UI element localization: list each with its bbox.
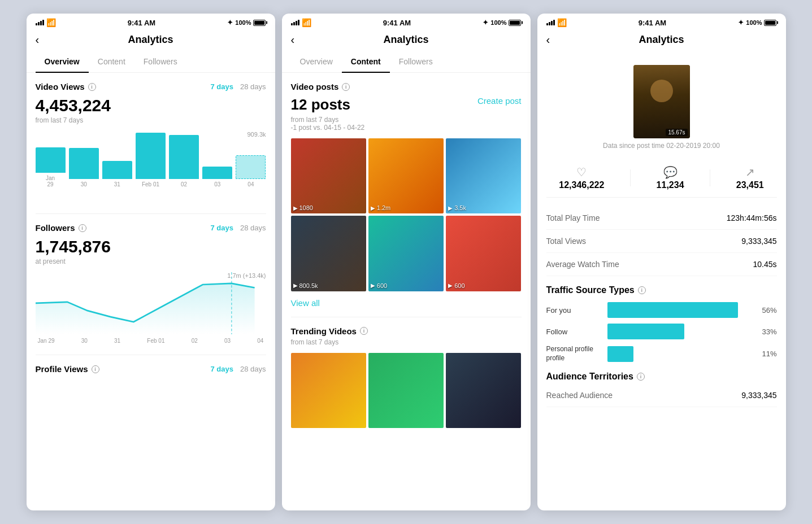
traffic-row-0: For you 56% <box>546 302 777 318</box>
followers-sub: at present <box>36 257 266 265</box>
back-button-1[interactable]: ‹ <box>36 33 40 46</box>
status-right-2: ✦ 100% <box>483 19 521 27</box>
bluetooth-icon-2: ✦ <box>483 19 488 27</box>
page-title-3: Analytics <box>639 34 684 46</box>
line-chart: 1.7m (+13.4k) Jan 29 30 31 <box>36 272 266 346</box>
period-28d-fl[interactable]: 28 days <box>240 224 266 232</box>
period-7d-pv[interactable]: 7 days <box>210 365 233 373</box>
period-28d-pv[interactable]: 28 days <box>240 365 266 373</box>
video-thumb-4[interactable]: ▶ 600 <box>368 216 444 291</box>
trending-grid <box>291 353 522 428</box>
share-icon: ↗ <box>736 165 764 179</box>
bar-2 <box>102 161 132 179</box>
metric-row-2: Average Watch Time 10.45s <box>546 253 777 276</box>
metric-row-1: Total Views 9,333,345 <box>546 230 777 253</box>
tab-overview-1[interactable]: Overview <box>36 51 89 73</box>
period-28d-vv[interactable]: 28 days <box>240 82 266 91</box>
traffic-bar-2 <box>607 346 633 362</box>
followers-value: 1,745,876 <box>36 237 266 256</box>
video-duration: 15.67s <box>666 129 687 136</box>
shares-stat: ↗ 23,451 <box>736 165 764 190</box>
signal-icon <box>36 20 44 25</box>
status-time-2: 9:41 AM <box>383 19 411 27</box>
stat-divider-2 <box>710 169 710 186</box>
tab-overview-2[interactable]: Overview <box>291 51 342 73</box>
line-chart-labels: Jan 29 30 31 Feb 01 02 03 04 <box>36 338 266 344</box>
trending-section-title: Trending Videos i <box>291 326 522 336</box>
video-thumb-2[interactable]: ▶ 3.5k <box>446 138 521 213</box>
info-icon-tv[interactable]: i <box>360 327 368 335</box>
traffic-pct-2: 11% <box>757 350 777 358</box>
traffic-label-1: Follow <box>546 328 603 336</box>
video-overlay-2: ▶ 3.5k <box>448 204 466 211</box>
trending-thumb-2[interactable] <box>446 353 521 428</box>
info-icon-traffic[interactable]: i <box>638 286 646 294</box>
video-grid: ▶ 1080 ▶ 1.2m ▶ 3.5k <box>291 138 522 291</box>
traffic-label-0: For you <box>546 306 603 315</box>
battery-pct-1: 100% <box>235 19 251 26</box>
back-button-3[interactable]: ‹ <box>546 33 550 46</box>
page-title-1: Analytics <box>128 34 173 46</box>
posts-sub1: from last 7 days -1 post vs. 04-15 - 04-… <box>291 116 522 132</box>
traffic-pct-0: 56% <box>757 306 777 315</box>
metric-label-2: Average Watch Time <box>546 260 619 269</box>
metric-row-0: Total Play Time 123h:44m:56s <box>546 207 777 230</box>
traffic-row-2: Personal profileprofile 11% <box>546 345 777 363</box>
signal-icon-2 <box>291 20 299 25</box>
battery-pct-3: 100% <box>746 19 762 26</box>
view-all-button[interactable]: View all <box>291 298 522 308</box>
period-7d-fl[interactable]: 7 days <box>210 224 233 232</box>
main-video-thumbnail[interactable]: 15.67s <box>633 65 690 138</box>
info-icon-fl[interactable]: i <box>79 224 86 232</box>
tab-content-1[interactable]: Content <box>89 51 134 73</box>
play-icon-2: ▶ <box>448 205 453 211</box>
heart-icon: ♡ <box>559 165 604 179</box>
video-posts-section-title: Video posts i <box>291 82 522 91</box>
bar-item-4: 02 <box>169 135 199 187</box>
tab-followers-1[interactable]: Followers <box>134 51 186 73</box>
trending-thumb-0[interactable] <box>291 353 366 428</box>
tab-followers-2[interactable]: Followers <box>390 51 442 73</box>
likes-count: 12,346,222 <box>559 180 604 190</box>
period-buttons-vv: 7 days 28 days <box>210 82 266 91</box>
traffic-bar-1 <box>607 324 684 339</box>
tab-content-2[interactable]: Content <box>342 51 390 73</box>
period-7d-vv[interactable]: 7 days <box>210 82 233 91</box>
info-icon-pv[interactable]: i <box>92 365 99 373</box>
metric-value-1: 9,333,345 <box>741 237 776 246</box>
bar-item-6: 04 <box>236 155 266 187</box>
play-icon-5: ▶ <box>448 282 453 289</box>
battery-icon-3 <box>764 20 776 26</box>
status-left-2: 📶 <box>291 18 311 27</box>
video-thumb-1[interactable]: ▶ 1.2m <box>368 138 444 213</box>
bar-item-0: Jan29 <box>36 147 66 187</box>
bar-1 <box>69 148 99 179</box>
line-chart-svg <box>36 272 266 334</box>
screen2-content: 📶 9:41 AM ✦ 100% ‹ Analytics Overview Co… <box>282 14 531 510</box>
video-overlay-0: ▶ 1080 <box>293 204 313 211</box>
video-views-sub: from last 7 days <box>36 116 266 124</box>
info-icon-audience[interactable]: i <box>637 373 645 381</box>
video-thumb-0[interactable]: ▶ 1080 <box>291 138 366 213</box>
metric-label-1: Total Views <box>546 237 587 246</box>
followers-header: Followers i 7 days 28 days <box>36 223 266 233</box>
battery-icon-1 <box>253 20 266 26</box>
trending-thumb-1[interactable] <box>368 353 444 428</box>
create-post-button[interactable]: Create post <box>477 96 522 106</box>
audience-title: Audience Territories i <box>546 372 777 382</box>
profile-views-title: Profile Views i <box>36 364 99 374</box>
info-icon-vp[interactable]: i <box>342 83 350 91</box>
status-time-3: 9:41 AM <box>639 19 666 27</box>
status-time-1: 9:41 AM <box>128 19 155 27</box>
video-views-header: Video Views i 7 days 28 days <box>36 82 266 91</box>
back-button-2[interactable]: ‹ <box>291 33 295 46</box>
status-bar-1: 📶 9:41 AM ✦ 100% <box>27 14 275 29</box>
video-thumb-5[interactable]: ▶ 600 <box>446 216 521 291</box>
info-icon-vv[interactable]: i <box>88 83 96 91</box>
likes-stat: ♡ 12,346,222 <box>559 165 604 190</box>
traffic-label-2: Personal profileprofile <box>546 345 603 363</box>
play-icon-0: ▶ <box>293 205 298 211</box>
bar-chart: 909.3k Jan29 30 31 <box>36 131 266 204</box>
audience-section: Audience Territories i Reached Audience … <box>546 372 777 407</box>
video-thumb-3[interactable]: ▶ 800.5k <box>291 216 366 291</box>
